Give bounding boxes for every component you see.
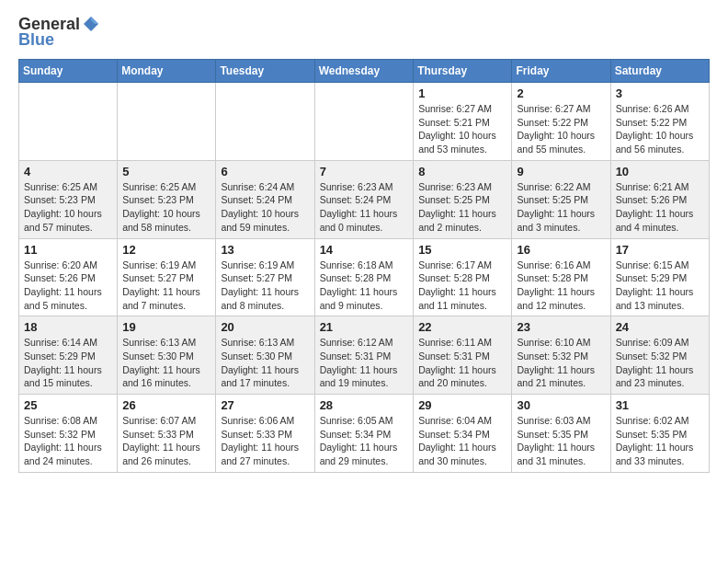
calendar-cell: 12Sunrise: 6:19 AM Sunset: 5:27 PM Dayli… — [118, 238, 216, 316]
weekday-header-row: SundayMondayTuesdayWednesdayThursdayFrid… — [19, 60, 710, 83]
calendar-cell: 2Sunrise: 6:27 AM Sunset: 5:22 PM Daylig… — [512, 83, 610, 161]
calendar-cell: 16Sunrise: 6:16 AM Sunset: 5:28 PM Dayli… — [512, 238, 610, 316]
day-number: 6 — [221, 165, 309, 178]
day-info: Sunrise: 6:20 AM Sunset: 5:26 PM Dayligh… — [24, 259, 112, 313]
day-info: Sunrise: 6:03 AM Sunset: 5:35 PM Dayligh… — [517, 414, 605, 468]
day-info: Sunrise: 6:14 AM Sunset: 5:29 PM Dayligh… — [24, 336, 112, 390]
day-number: 9 — [517, 165, 605, 178]
day-info: Sunrise: 6:09 AM Sunset: 5:32 PM Dayligh… — [616, 336, 704, 390]
calendar-cell: 23Sunrise: 6:10 AM Sunset: 5:32 PM Dayli… — [512, 316, 610, 395]
calendar-cell: 27Sunrise: 6:06 AM Sunset: 5:33 PM Dayli… — [216, 395, 314, 473]
day-number: 23 — [517, 320, 605, 334]
calendar-cell: 6Sunrise: 6:24 AM Sunset: 5:24 PM Daylig… — [216, 160, 314, 238]
calendar-cell: 30Sunrise: 6:03 AM Sunset: 5:35 PM Dayli… — [512, 395, 610, 473]
calendar-header: SundayMondayTuesdayWednesdayThursdayFrid… — [19, 60, 710, 83]
day-number: 15 — [418, 243, 506, 257]
calendar-cell — [216, 83, 314, 161]
day-info: Sunrise: 6:11 AM Sunset: 5:31 PM Dayligh… — [418, 336, 506, 390]
day-info: Sunrise: 6:23 AM Sunset: 5:25 PM Dayligh… — [418, 180, 506, 235]
day-info: Sunrise: 6:07 AM Sunset: 5:33 PM Dayligh… — [122, 414, 210, 468]
calendar-cell: 8Sunrise: 6:23 AM Sunset: 5:25 PM Daylig… — [414, 160, 512, 238]
calendar-cell: 4Sunrise: 6:25 AM Sunset: 5:23 PM Daylig… — [19, 160, 118, 238]
day-info: Sunrise: 6:12 AM Sunset: 5:31 PM Dayligh… — [320, 336, 409, 390]
day-number: 17 — [616, 243, 704, 257]
calendar-week-0: 1Sunrise: 6:27 AM Sunset: 5:21 PM Daylig… — [19, 83, 710, 161]
day-number: 30 — [517, 398, 605, 412]
calendar-cell — [314, 83, 414, 161]
calendar-cell — [118, 83, 216, 161]
day-info: Sunrise: 6:27 AM Sunset: 5:22 PM Dayligh… — [517, 102, 605, 156]
logo: General Blue — [18, 15, 100, 50]
calendar-cell: 26Sunrise: 6:07 AM Sunset: 5:33 PM Dayli… — [118, 395, 216, 473]
logo-icon — [82, 15, 100, 33]
day-number: 1 — [418, 86, 506, 100]
page-header: General Blue — [18, 15, 710, 50]
calendar-cell: 21Sunrise: 6:12 AM Sunset: 5:31 PM Dayli… — [314, 316, 414, 395]
day-number: 19 — [122, 320, 210, 334]
day-info: Sunrise: 6:19 AM Sunset: 5:27 PM Dayligh… — [221, 259, 309, 313]
calendar-cell: 24Sunrise: 6:09 AM Sunset: 5:32 PM Dayli… — [610, 316, 709, 395]
day-info: Sunrise: 6:10 AM Sunset: 5:32 PM Dayligh… — [517, 336, 605, 390]
calendar-week-4: 25Sunrise: 6:08 AM Sunset: 5:32 PM Dayli… — [19, 395, 710, 473]
calendar-cell — [19, 83, 118, 161]
day-info: Sunrise: 6:21 AM Sunset: 5:26 PM Dayligh… — [616, 180, 704, 235]
day-info: Sunrise: 6:18 AM Sunset: 5:28 PM Dayligh… — [320, 259, 409, 313]
day-info: Sunrise: 6:27 AM Sunset: 5:21 PM Dayligh… — [418, 102, 506, 156]
day-number: 24 — [616, 320, 704, 334]
day-info: Sunrise: 6:25 AM Sunset: 5:23 PM Dayligh… — [24, 180, 112, 235]
calendar-cell: 10Sunrise: 6:21 AM Sunset: 5:26 PM Dayli… — [610, 160, 709, 238]
day-info: Sunrise: 6:26 AM Sunset: 5:22 PM Dayligh… — [616, 102, 704, 156]
calendar-cell: 19Sunrise: 6:13 AM Sunset: 5:30 PM Dayli… — [118, 316, 216, 395]
day-number: 16 — [517, 243, 605, 257]
day-number: 3 — [616, 86, 704, 100]
day-number: 28 — [320, 398, 409, 412]
day-number: 4 — [24, 165, 112, 178]
day-number: 12 — [122, 243, 210, 257]
day-info: Sunrise: 6:02 AM Sunset: 5:35 PM Dayligh… — [616, 414, 704, 468]
day-info: Sunrise: 6:17 AM Sunset: 5:28 PM Dayligh… — [418, 259, 506, 313]
weekday-thursday: Thursday — [414, 60, 512, 83]
day-number: 21 — [320, 320, 409, 334]
calendar-cell: 17Sunrise: 6:15 AM Sunset: 5:29 PM Dayli… — [610, 238, 709, 316]
day-number: 31 — [616, 398, 704, 412]
day-info: Sunrise: 6:19 AM Sunset: 5:27 PM Dayligh… — [122, 259, 210, 313]
weekday-monday: Monday — [118, 60, 216, 83]
calendar-cell: 22Sunrise: 6:11 AM Sunset: 5:31 PM Dayli… — [414, 316, 512, 395]
weekday-saturday: Saturday — [610, 60, 709, 83]
day-number: 8 — [418, 165, 506, 178]
weekday-tuesday: Tuesday — [216, 60, 314, 83]
day-info: Sunrise: 6:22 AM Sunset: 5:25 PM Dayligh… — [517, 180, 605, 235]
calendar-cell: 20Sunrise: 6:13 AM Sunset: 5:30 PM Dayli… — [216, 316, 314, 395]
day-info: Sunrise: 6:05 AM Sunset: 5:34 PM Dayligh… — [320, 414, 409, 468]
day-number: 14 — [320, 243, 409, 257]
calendar-cell: 29Sunrise: 6:04 AM Sunset: 5:34 PM Dayli… — [414, 395, 512, 473]
day-info: Sunrise: 6:15 AM Sunset: 5:29 PM Dayligh… — [616, 259, 704, 313]
calendar-cell: 3Sunrise: 6:26 AM Sunset: 5:22 PM Daylig… — [610, 83, 709, 161]
calendar-cell: 31Sunrise: 6:02 AM Sunset: 5:35 PM Dayli… — [610, 395, 709, 473]
calendar-cell: 7Sunrise: 6:23 AM Sunset: 5:24 PM Daylig… — [314, 160, 414, 238]
calendar-cell: 5Sunrise: 6:25 AM Sunset: 5:23 PM Daylig… — [118, 160, 216, 238]
calendar-table: SundayMondayTuesdayWednesdayThursdayFrid… — [18, 59, 710, 473]
calendar-cell: 11Sunrise: 6:20 AM Sunset: 5:26 PM Dayli… — [19, 238, 118, 316]
day-number: 22 — [418, 320, 506, 334]
calendar-week-3: 18Sunrise: 6:14 AM Sunset: 5:29 PM Dayli… — [19, 316, 710, 395]
calendar-cell: 15Sunrise: 6:17 AM Sunset: 5:28 PM Dayli… — [414, 238, 512, 316]
day-number: 5 — [122, 165, 210, 178]
calendar-cell: 28Sunrise: 6:05 AM Sunset: 5:34 PM Dayli… — [314, 395, 414, 473]
day-number: 11 — [24, 243, 112, 257]
day-info: Sunrise: 6:06 AM Sunset: 5:33 PM Dayligh… — [221, 414, 309, 468]
weekday-sunday: Sunday — [19, 60, 118, 83]
day-info: Sunrise: 6:24 AM Sunset: 5:24 PM Dayligh… — [221, 180, 309, 235]
day-number: 29 — [418, 398, 506, 412]
calendar-cell: 25Sunrise: 6:08 AM Sunset: 5:32 PM Dayli… — [19, 395, 118, 473]
day-number: 2 — [517, 86, 605, 100]
calendar-cell: 14Sunrise: 6:18 AM Sunset: 5:28 PM Dayli… — [314, 238, 414, 316]
weekday-wednesday: Wednesday — [314, 60, 414, 83]
day-number: 26 — [122, 398, 210, 412]
day-number: 20 — [221, 320, 309, 334]
day-number: 18 — [24, 320, 112, 334]
calendar-cell: 9Sunrise: 6:22 AM Sunset: 5:25 PM Daylig… — [512, 160, 610, 238]
weekday-friday: Friday — [512, 60, 610, 83]
calendar-body: 1Sunrise: 6:27 AM Sunset: 5:21 PM Daylig… — [19, 83, 710, 473]
calendar-cell: 18Sunrise: 6:14 AM Sunset: 5:29 PM Dayli… — [19, 316, 118, 395]
